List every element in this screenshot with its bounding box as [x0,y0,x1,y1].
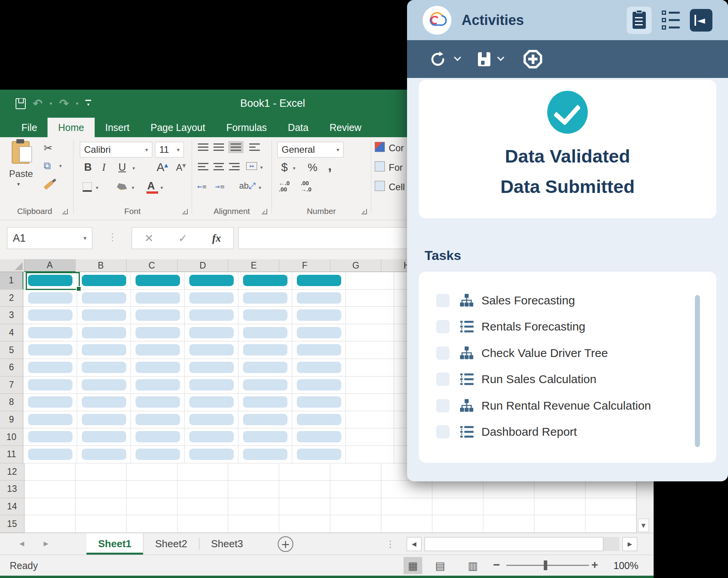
cell-i14[interactable] [432,498,483,516]
cell-k13[interactable] [534,481,585,498]
sheet-tab-sheet3[interactable]: Sheet3 [199,533,255,555]
merge-center-dropdown-icon[interactable]: ▾ [260,164,263,170]
cell-f2[interactable] [292,290,346,307]
page-break-view-button[interactable]: ▥ [464,557,482,574]
grow-font-button[interactable]: A▲ [157,161,168,174]
row-header-6[interactable]: 6 [0,359,23,376]
cell-g15[interactable] [330,515,381,533]
cell-c7[interactable] [131,376,185,394]
wrap-text-icon[interactable] [249,143,260,151]
cell-a1[interactable] [23,272,77,290]
normal-view-button[interactable]: ▦ [404,557,422,574]
cell-f11[interactable] [292,446,346,463]
cell-g10[interactable] [346,428,394,446]
cell-c12[interactable] [127,463,178,481]
cell-d1[interactable] [185,272,238,290]
cell-styles-icon[interactable] [375,181,385,191]
cell-b7[interactable] [77,376,131,394]
cell-g2[interactable] [346,290,394,307]
cell-h15[interactable] [381,515,432,533]
cell-f3[interactable] [292,307,346,324]
cell-k14[interactable] [534,498,585,516]
redo-dropdown-icon[interactable]: ▾ [76,101,79,106]
conditional-formatting-icon[interactable] [375,142,385,152]
cell-e2[interactable] [238,290,292,307]
copy-icon[interactable]: ⧉ [44,160,51,172]
increase-decimal-icon[interactable]: ←.0 .00 [279,180,290,193]
cell-g13[interactable] [330,481,381,498]
cell-l13[interactable] [585,481,636,498]
cell-c11[interactable] [131,446,185,463]
cell-f1[interactable] [292,272,346,290]
cell-b9[interactable] [77,411,131,429]
cell-d13[interactable] [178,481,229,498]
cell-f13[interactable] [279,481,330,498]
cell-d6[interactable] [185,359,238,376]
cell-i13[interactable] [432,481,483,498]
cell-f4[interactable] [292,324,346,342]
font-size-combo[interactable]: 11▾ [155,142,184,157]
horizontal-scrollbar-thumb[interactable] [425,537,603,551]
cell-l15[interactable] [585,515,636,533]
orientation-dropdown-icon[interactable]: ▾ [259,185,261,191]
zoom-level[interactable]: 100% [613,560,638,571]
add-icon[interactable] [524,50,542,69]
cell-f14[interactable] [279,498,330,516]
horizontal-scrollbar[interactable] [425,537,619,551]
row-header-3[interactable]: 3 [0,307,23,324]
fill-color-dropdown-icon[interactable]: ▾ [132,185,134,191]
cell-b10[interactable] [77,428,131,446]
cell-a13[interactable] [25,481,76,498]
cell-f15[interactable] [279,515,330,533]
add-sheet-button[interactable]: + [278,536,293,552]
format-as-table-label[interactable]: For [389,162,403,173]
cell-h13[interactable] [381,481,432,498]
cell-g6[interactable] [346,359,394,376]
orientation-icon[interactable]: ab⤢ [239,181,256,191]
column-header-c[interactable]: C [127,259,178,272]
cell-b4[interactable] [77,324,131,342]
save-icon[interactable] [16,98,26,109]
paste-clipboard-icon[interactable] [12,141,30,164]
task-checkbox[interactable] [436,320,449,333]
page-layout-view-button[interactable]: ▤ [431,557,449,574]
cell-a4[interactable] [23,324,77,342]
row-header-10[interactable]: 10 [0,428,23,446]
borders-icon[interactable] [83,182,92,192]
row-header-9[interactable]: 9 [0,411,23,429]
row-header-5[interactable]: 5 [0,341,23,359]
select-all-corner[interactable] [0,259,25,272]
cell-e3[interactable] [238,307,292,324]
cell-e4[interactable] [238,324,292,342]
collapse-panel-button[interactable]: ◄ [690,9,712,32]
comma-format-icon[interactable]: , [328,158,331,173]
sheet-nav-next-icon[interactable]: ▸ [44,538,48,549]
row-header-13[interactable]: 13 [0,481,25,498]
cell-d12[interactable] [178,463,229,481]
cell-f10[interactable] [292,428,346,446]
zoom-in-icon[interactable]: + [591,558,598,571]
currency-dropdown-icon[interactable]: ▾ [293,165,296,171]
cell-e13[interactable] [228,481,279,498]
refresh-icon[interactable] [428,50,447,69]
cell-j15[interactable] [483,515,534,533]
cell-c8[interactable] [131,394,185,411]
ribbon-tab-home[interactable]: Home [48,118,95,137]
underline-dropdown-icon[interactable]: ▾ [132,165,135,171]
cell-a7[interactable] [23,376,77,394]
cell-f12[interactable] [279,463,330,481]
zoom-slider[interactable] [506,565,589,566]
paste-dropdown-icon[interactable]: ▾ [17,181,20,187]
cell-f9[interactable] [292,411,346,429]
cell-d4[interactable] [185,324,238,342]
align-left-icon[interactable] [198,163,208,170]
cell-d14[interactable] [178,498,229,516]
cell-j14[interactable] [483,498,534,516]
align-center-icon[interactable] [213,163,224,170]
cell-c3[interactable] [131,307,185,324]
scroll-down-icon[interactable]: ▼ [638,519,649,532]
cell-f5[interactable] [292,341,346,359]
cell-g5[interactable] [346,341,394,359]
row-header-15[interactable]: 15 [0,515,25,533]
cell-c9[interactable] [131,411,185,429]
